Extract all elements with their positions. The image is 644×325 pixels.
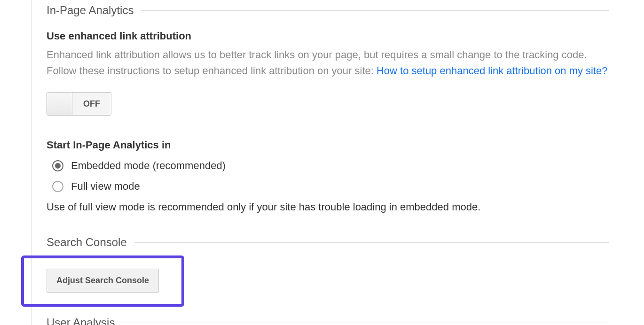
start-mode-help-text: Use of full view mode is recommended onl… <box>47 201 609 213</box>
section-header-in-page-analytics: In-Page Analytics <box>47 4 609 17</box>
adjust-search-console-button[interactable]: Adjust Search Console <box>47 269 159 293</box>
divider <box>141 10 609 11</box>
settings-content: In-Page Analytics Use enhanced link attr… <box>31 0 609 325</box>
enhanced-link-description: Enhanced link attribution allows us to b… <box>47 47 609 79</box>
radio-button-icon <box>52 160 63 171</box>
section-header-user-analysis: User Analysis <box>47 316 609 325</box>
section-title: In-Page Analytics <box>47 4 141 17</box>
radio-button-icon <box>52 181 63 192</box>
highlight-annotation: Adjust Search Console <box>21 255 184 307</box>
enhanced-link-toggle[interactable]: OFF <box>47 92 111 116</box>
radio-label: Embedded mode (recommended) <box>71 160 226 172</box>
section-header-search-console: Search Console <box>47 236 609 249</box>
radio-full-view-mode[interactable]: Full view mode <box>47 180 609 193</box>
radio-label: Full view mode <box>71 180 140 193</box>
start-mode-title: Start In-Page Analytics in <box>47 139 609 151</box>
toggle-state-label: OFF <box>72 93 111 115</box>
enhanced-link-help-link[interactable]: How to setup enhanced link attribution o… <box>377 65 608 77</box>
enhanced-link-title: Use enhanced link attribution <box>47 30 609 42</box>
section-title: User Analysis <box>47 316 122 325</box>
section-title: Search Console <box>47 236 134 249</box>
divider <box>134 242 609 243</box>
radio-embedded-mode[interactable]: Embedded mode (recommended) <box>47 160 609 172</box>
toggle-knob <box>47 93 72 115</box>
divider <box>122 323 609 323</box>
